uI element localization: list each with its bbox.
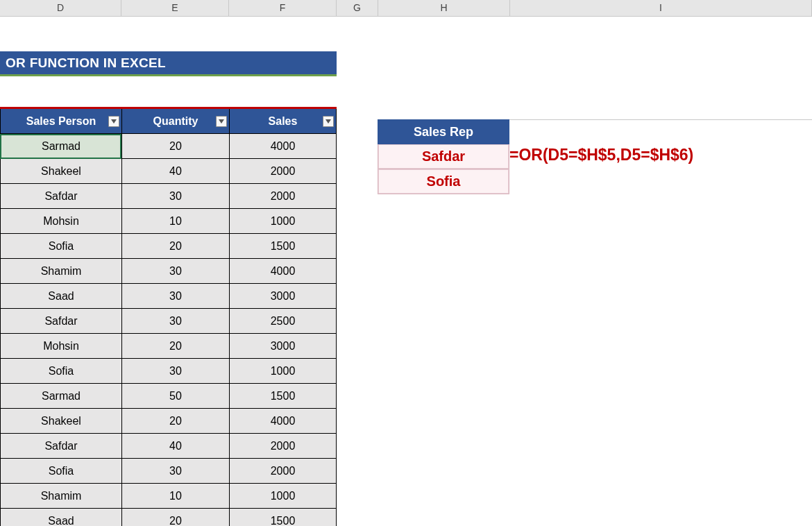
table-header-row: Sales Person Quantity Sales bbox=[0, 109, 337, 134]
cell-quantity[interactable]: 10 bbox=[121, 209, 229, 234]
cell-quantity[interactable]: 40 bbox=[121, 159, 229, 184]
cell-sales[interactable]: 2000 bbox=[229, 459, 337, 484]
sales-rep-cell[interactable]: Safdar bbox=[378, 144, 509, 169]
cell-quantity[interactable]: 20 bbox=[121, 134, 229, 159]
cell-sales-person[interactable]: Safdar bbox=[0, 309, 121, 334]
table-row[interactable]: Saad201500 bbox=[0, 509, 337, 526]
col-header-D[interactable]: D bbox=[0, 0, 121, 16]
cell-sales-person[interactable]: Shakeel bbox=[0, 409, 121, 434]
col-header-sales[interactable]: Sales bbox=[229, 109, 337, 134]
cell-sales-person[interactable]: Mohsin bbox=[0, 334, 121, 359]
cell-sales[interactable]: 4000 bbox=[229, 134, 337, 159]
sales-rep-cell[interactable]: Sofia bbox=[378, 169, 509, 194]
cell-sales-person[interactable]: Sofia bbox=[0, 234, 121, 259]
spacer-row bbox=[0, 76, 812, 107]
col-header-H[interactable]: H bbox=[378, 0, 510, 16]
filter-button[interactable] bbox=[108, 116, 119, 127]
cell-sales[interactable]: 1500 bbox=[229, 234, 337, 259]
cell-quantity[interactable]: 20 bbox=[121, 409, 229, 434]
filter-button[interactable] bbox=[323, 116, 334, 127]
col-header-G[interactable]: G bbox=[337, 0, 378, 16]
worksheet-area[interactable]: OR FUNCTION IN EXCEL Sales Person Quanti… bbox=[0, 17, 812, 526]
chevron-down-icon bbox=[219, 119, 224, 124]
cell-sales[interactable]: 3000 bbox=[229, 284, 337, 309]
cell-quantity[interactable]: 50 bbox=[121, 384, 229, 409]
cell-sales[interactable]: 1000 bbox=[229, 209, 337, 234]
cell-sales[interactable]: 2500 bbox=[229, 309, 337, 334]
table-row[interactable]: Sarmad204000 bbox=[0, 134, 337, 159]
cell-sales-person[interactable]: Shamim bbox=[0, 484, 121, 509]
cell-sales-person[interactable]: Sarmad bbox=[0, 384, 121, 409]
sales-rep-header[interactable]: Sales Rep bbox=[378, 119, 509, 144]
table-row[interactable]: Sofia201500 bbox=[0, 234, 337, 259]
cell-sales[interactable]: 2000 bbox=[229, 159, 337, 184]
cell-quantity[interactable]: 20 bbox=[121, 234, 229, 259]
cell-quantity[interactable]: 10 bbox=[121, 484, 229, 509]
table-row[interactable]: Sofia301000 bbox=[0, 359, 337, 384]
table-row[interactable]: Sarmad501500 bbox=[0, 384, 337, 409]
cell-sales[interactable]: 1000 bbox=[229, 359, 337, 384]
cell-sales-person[interactable]: Saad bbox=[0, 509, 121, 526]
header-label: Quantity bbox=[153, 115, 198, 128]
table-body: Sarmad204000Shakeel402000Safdar302000Moh… bbox=[0, 134, 337, 526]
table-row[interactable]: Sofia302000 bbox=[0, 459, 337, 484]
blank-row bbox=[0, 17, 812, 51]
cell-sales-person[interactable]: Sofia bbox=[0, 459, 121, 484]
column-header-row: D E F G H I bbox=[0, 0, 812, 17]
header-label: Sales Person bbox=[26, 115, 96, 128]
table-row[interactable]: Shamim304000 bbox=[0, 259, 337, 284]
cell-quantity[interactable]: 30 bbox=[121, 184, 229, 209]
table-row[interactable]: Shakeel204000 bbox=[0, 409, 337, 434]
cell-quantity[interactable]: 30 bbox=[121, 459, 229, 484]
gridline bbox=[509, 119, 812, 120]
table-row[interactable]: Shamim101000 bbox=[0, 484, 337, 509]
formula-annotation: =OR(D5=$H$5,D5=$H$6) bbox=[509, 146, 693, 164]
cell-quantity[interactable]: 30 bbox=[121, 259, 229, 284]
cell-quantity[interactable]: 30 bbox=[121, 284, 229, 309]
cell-sales[interactable]: 4000 bbox=[229, 409, 337, 434]
table-row[interactable]: Saad303000 bbox=[0, 284, 337, 309]
cell-quantity[interactable]: 30 bbox=[121, 359, 229, 384]
table-row[interactable]: Safdar402000 bbox=[0, 434, 337, 459]
chevron-down-icon bbox=[111, 119, 117, 124]
col-header-F[interactable]: F bbox=[229, 0, 337, 16]
col-header-sales-person[interactable]: Sales Person bbox=[0, 109, 121, 134]
filter-button[interactable] bbox=[216, 116, 227, 127]
col-header-I[interactable]: I bbox=[510, 0, 812, 16]
cell-quantity[interactable]: 30 bbox=[121, 309, 229, 334]
cell-quantity[interactable]: 20 bbox=[121, 509, 229, 526]
col-header-quantity[interactable]: Quantity bbox=[121, 109, 229, 134]
cell-sales-person[interactable]: Sarmad bbox=[0, 134, 121, 159]
sales-table: Sales Person Quantity Sales Sarmad204000… bbox=[0, 107, 337, 526]
table-row[interactable]: Mohsin203000 bbox=[0, 334, 337, 359]
cell-sales[interactable]: 1500 bbox=[229, 384, 337, 409]
cell-sales[interactable]: 1000 bbox=[229, 484, 337, 509]
table-row[interactable]: Mohsin101000 bbox=[0, 209, 337, 234]
table-row[interactable]: Shakeel402000 bbox=[0, 159, 337, 184]
cell-quantity[interactable]: 40 bbox=[121, 434, 229, 459]
col-header-E[interactable]: E bbox=[121, 0, 229, 16]
cell-sales-person[interactable]: Mohsin bbox=[0, 209, 121, 234]
cell-sales[interactable]: 1500 bbox=[229, 509, 337, 526]
chevron-down-icon bbox=[325, 119, 331, 124]
header-label: Sales bbox=[269, 115, 298, 128]
cell-quantity[interactable]: 20 bbox=[121, 334, 229, 359]
cell-sales-person[interactable]: Safdar bbox=[0, 434, 121, 459]
table-row[interactable]: Safdar302000 bbox=[0, 184, 337, 209]
cell-sales-person[interactable]: Shakeel bbox=[0, 159, 121, 184]
cell-sales-person[interactable]: Shamim bbox=[0, 259, 121, 284]
cell-sales-person[interactable]: Sofia bbox=[0, 359, 121, 384]
cell-sales[interactable]: 2000 bbox=[229, 184, 337, 209]
cell-sales[interactable]: 2000 bbox=[229, 434, 337, 459]
table-row[interactable]: Safdar302500 bbox=[0, 309, 337, 334]
cell-sales-person[interactable]: Safdar bbox=[0, 184, 121, 209]
cell-sales-person[interactable]: Saad bbox=[0, 284, 121, 309]
page-title: OR FUNCTION IN EXCEL bbox=[0, 51, 337, 76]
cell-sales[interactable]: 3000 bbox=[229, 334, 337, 359]
cell-sales[interactable]: 4000 bbox=[229, 259, 337, 284]
sales-rep-block: Sales Rep Safdar Sofia bbox=[378, 119, 509, 194]
